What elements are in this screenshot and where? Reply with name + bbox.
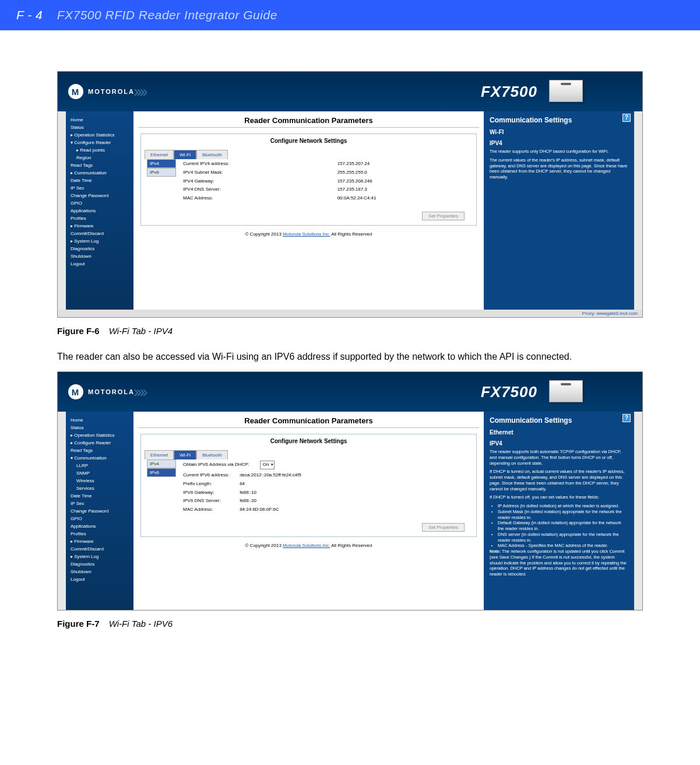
- config-row: IPV4 DNS Server:157.235.187.3: [183, 186, 470, 194]
- field-label: MAC Address:: [183, 195, 336, 202]
- set-properties-button[interactable]: Set Properties: [422, 212, 465, 220]
- doc-title: FX7500 RFID Reader Integrator Guide: [57, 8, 277, 22]
- sidebar-item[interactable]: Date Time: [66, 177, 133, 184]
- sidebar-item[interactable]: LLRP: [66, 462, 133, 469]
- scrollbar[interactable]: [58, 111, 66, 310]
- sidebar-item[interactable]: Home: [66, 116, 133, 124]
- field-label: IPV6 Gateway:: [183, 489, 238, 497]
- sidebar-item[interactable]: Wireless: [66, 477, 133, 485]
- sidebar-item[interactable]: SNMP: [66, 469, 133, 477]
- field-value: 157.235.187.3: [337, 186, 470, 194]
- help-text: If DHCP is turned off, you can set value…: [490, 494, 628, 500]
- ipversion-tabs: IPv4 IPv6: [147, 159, 176, 203]
- sidebar-item[interactable]: Applications: [66, 207, 133, 215]
- help-icon[interactable]: ?: [622, 114, 631, 122]
- dhcp-select[interactable]: On: [260, 461, 275, 469]
- sidebar-item[interactable]: GPIO: [66, 515, 133, 522]
- config-row: MAC Address:00:0A:52:24:C4:41: [183, 195, 470, 202]
- help-section-ethernet: Ethernet: [490, 429, 628, 436]
- sidebar-item[interactable]: ▸ Firmware: [66, 222, 133, 230]
- tab-wifi[interactable]: Wi-Fi: [174, 450, 196, 459]
- help-icon[interactable]: ?: [622, 414, 631, 422]
- copyright-link[interactable]: Motorola Solutions Inc.: [283, 543, 330, 548]
- motorola-emblem-icon: M: [68, 84, 83, 99]
- main-panel: Reader Communication Parameters Configur…: [133, 412, 484, 610]
- scrollbar[interactable]: [634, 412, 642, 610]
- sidebar-item[interactable]: ▸ System Log: [66, 237, 133, 245]
- sidebar-item[interactable]: Shutdown: [66, 252, 133, 260]
- copyright-footer: © Copyright 2013 Motorola Solutions Inc.…: [138, 229, 479, 239]
- field-value: 157.235.207.24: [337, 160, 470, 168]
- copyright-link[interactable]: Motorola Solutions Inc.: [283, 231, 330, 237]
- tab-ipv6[interactable]: IPv6: [147, 468, 176, 477]
- help-bullets: IP Address (in dotted notation) at which…: [490, 503, 628, 549]
- help-section-ipv4: IPV4: [490, 440, 628, 447]
- tab-bluetooth[interactable]: Bluetooth: [196, 150, 228, 159]
- sidebar-item[interactable]: Profiles: [66, 530, 133, 538]
- sidebar-item[interactable]: IP Sec: [66, 184, 133, 192]
- sidebar-item[interactable]: ▸ Configure Reader: [66, 439, 133, 447]
- help-title: Communication Settings: [490, 116, 628, 124]
- sidebar-item[interactable]: Commit/Discard: [66, 230, 133, 237]
- sidebar-item[interactable]: ▾ Configure Reader: [66, 139, 133, 146]
- sidebar-item[interactable]: Commit/Discard: [66, 545, 133, 553]
- sidebar-item[interactable]: Applications: [66, 522, 133, 530]
- tab-ipv6[interactable]: IPv6: [147, 168, 176, 177]
- sidebar-item[interactable]: Change Password: [66, 507, 133, 515]
- field-value: 157.235.208.246: [337, 178, 470, 185]
- proxy-label: Proxy: wwwgate0.mot.com: [58, 310, 642, 317]
- help-text: The reader supports both automatic TCP/I…: [490, 449, 628, 466]
- tab-bluetooth[interactable]: Bluetooth: [196, 450, 228, 459]
- sidebar-item[interactable]: Services: [66, 485, 133, 492]
- sidebar-item[interactable]: Diagnostics: [66, 245, 133, 252]
- sidebar-item[interactable]: ▸ Firmware: [66, 538, 133, 545]
- sidebar-item[interactable]: Logout: [66, 575, 133, 583]
- sidebar-item[interactable]: Shutdown: [66, 568, 133, 575]
- sidebar-item[interactable]: Profiles: [66, 215, 133, 222]
- tab-ethernet[interactable]: Ethernet: [145, 150, 174, 159]
- help-bullet: Default Gateway (in dotted notation) app…: [498, 520, 628, 532]
- sidebar-item[interactable]: Read Tags: [66, 162, 133, 169]
- screenshot-ipv4: M MOTOROLA › › › › FX7500 HomeStatus▸ Op…: [57, 71, 643, 318]
- ipv6-fields: Obtain IPV6 Address via DHCP: On Current…: [182, 459, 472, 515]
- sidebar-item[interactable]: Logout: [66, 260, 133, 268]
- main-heading: Reader Communication Parameters: [138, 416, 479, 428]
- sidebar-item[interactable]: ▸ Operation Statistics: [66, 131, 133, 139]
- chevron-decoration-icon: › › › ›: [133, 372, 145, 412]
- figure-number: Figure F-7: [57, 619, 100, 629]
- field-value: 255.255.255.0: [337, 169, 470, 177]
- interface-tabs: Ethernet Wi-Fi Bluetooth: [145, 450, 476, 459]
- tab-wifi[interactable]: Wi-Fi: [174, 150, 196, 159]
- sidebar-item[interactable]: Status: [66, 124, 133, 131]
- copyright-prefix: © Copyright 2013: [245, 543, 283, 548]
- field-label: Prefix Length:: [183, 480, 238, 488]
- field-label: IPV4 Gateway:: [183, 178, 336, 185]
- sidebar-item[interactable]: ▸ Operation Statistics: [66, 431, 133, 439]
- sidebar-item[interactable]: Region: [66, 154, 133, 162]
- sidebar-item[interactable]: IP Sec: [66, 500, 133, 507]
- sidebar-item[interactable]: ▸ Communication: [66, 169, 133, 177]
- sidebar-item[interactable]: Date Time: [66, 492, 133, 500]
- tab-ipv4[interactable]: IPv4: [147, 459, 176, 468]
- sidebar-item[interactable]: ▾ Communication: [66, 454, 133, 462]
- scrollbar[interactable]: [58, 412, 66, 610]
- sidebar-item[interactable]: Read Tags: [66, 447, 133, 454]
- set-properties-button[interactable]: Set Properties: [422, 523, 465, 532]
- page-number: F - 4: [16, 8, 43, 22]
- tab-ethernet[interactable]: Ethernet: [145, 450, 174, 459]
- sidebar-item[interactable]: Diagnostics: [66, 560, 133, 568]
- config-row: Current IPV6 address:deca:2012::20a:52ff…: [183, 472, 311, 479]
- help-section-wifi: Wi-FI: [490, 129, 628, 135]
- tab-ipv4[interactable]: IPv4: [147, 159, 176, 168]
- sidebar-item[interactable]: ▸ System Log: [66, 553, 133, 560]
- sidebar-item[interactable]: Change Password: [66, 192, 133, 199]
- figure-number: Figure F-6: [57, 326, 100, 336]
- network-panel: Configure Network Settings Ethernet Wi-F…: [140, 134, 477, 226]
- copyright-footer: © Copyright 2013 Motorola Solutions Inc.…: [138, 541, 479, 550]
- sidebar-item[interactable]: Home: [66, 416, 133, 424]
- sidebar-item[interactable]: ▸ Read points: [66, 146, 133, 154]
- sidebar-item[interactable]: Status: [66, 424, 133, 431]
- scrollbar[interactable]: [634, 111, 642, 310]
- sidebar-item[interactable]: GPIO: [66, 199, 133, 207]
- help-bullet: IP Address (in dotted notation) at which…: [498, 503, 628, 509]
